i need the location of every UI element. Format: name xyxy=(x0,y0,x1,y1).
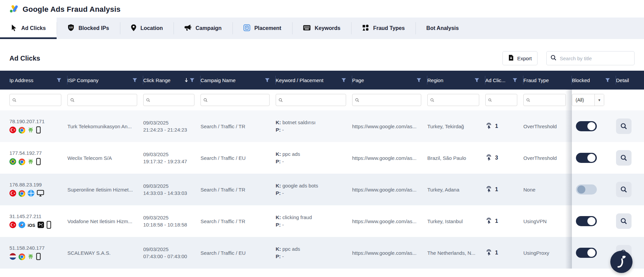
tab-location[interactable]: Location xyxy=(120,18,174,39)
isp-company: Turk Telekomunikasyon An... xyxy=(67,124,143,129)
column-header-campaign[interactable]: Campaig Name xyxy=(201,71,276,90)
magnifier-icon xyxy=(620,123,627,130)
column-header-isp[interactable]: ISP Company xyxy=(67,71,143,90)
tab-blocked-ips[interactable]: 123 Blocked IPs xyxy=(57,18,120,39)
filter-input-page[interactable] xyxy=(361,97,418,103)
table-row: 51.158.240.177 SCALEWAY S.A.S. 09/03/202… xyxy=(0,237,644,269)
chrome-icon xyxy=(19,253,25,260)
sort-desc-icon xyxy=(185,78,188,82)
blocked-toggle[interactable] xyxy=(576,216,597,226)
click-date: 09/03/2025 xyxy=(143,151,196,158)
filter-input-click-range[interactable] xyxy=(152,97,191,103)
blocked-toggle[interactable] xyxy=(576,184,597,195)
placement-icon xyxy=(243,24,250,33)
search-icon xyxy=(430,98,434,102)
column-header-ip[interactable]: Ip Address xyxy=(9,71,67,90)
toolbar: Ad Clicks Export xyxy=(0,50,644,66)
column-header-region[interactable]: Region xyxy=(427,71,485,90)
tab-keywords[interactable]: Keywords xyxy=(292,18,351,39)
filter-input-ip[interactable] xyxy=(18,97,58,103)
column-header-ad-clicks[interactable]: Ad Clic... xyxy=(485,71,523,90)
blocked-toggle[interactable] xyxy=(576,121,597,131)
tab-placement[interactable]: Placement xyxy=(233,18,292,39)
column-header-page[interactable]: Page xyxy=(352,71,427,90)
chat-widget-button[interactable] xyxy=(610,251,633,273)
isp-company: Weclix Telecom S/A xyxy=(67,155,143,161)
blocked-toggle[interactable] xyxy=(576,153,597,163)
tab-ad-clicks[interactable]: Ad Clicks xyxy=(0,18,57,39)
blocked-filter-select[interactable]: (All)▼ xyxy=(572,94,604,106)
keyword: clicking fraud xyxy=(282,214,312,220)
tab-bot-analysis[interactable]: Bot Analysis xyxy=(416,18,469,39)
column-header-fraud-type[interactable]: Fraud Type xyxy=(523,71,572,90)
page-url: https://www.google.com/as... xyxy=(352,218,427,224)
search-input[interactable] xyxy=(560,56,630,61)
ip-address: 177.54.192.77 xyxy=(9,150,63,156)
megaphone-icon xyxy=(184,24,191,32)
detail-search-button[interactable] xyxy=(616,150,632,166)
filter-input-keyword[interactable] xyxy=(285,97,343,103)
title-search xyxy=(546,51,635,65)
page-url: https://www.google.com/as... xyxy=(352,124,427,129)
table-row: 177.54.192.77 Weclix Telecom S/A 09/03/2… xyxy=(0,142,644,174)
filter-icon xyxy=(265,78,270,82)
export-button[interactable]: Export xyxy=(502,51,538,65)
column-header-click-range[interactable]: Click Range xyxy=(143,71,201,90)
campaign-name: Search / Traffic / TR xyxy=(201,218,276,224)
page-url: https://www.google.com/as... xyxy=(352,155,427,161)
flag-netherlands-icon xyxy=(9,253,16,261)
region: The Netherlands, N... xyxy=(427,250,485,256)
ios-icon: iOS xyxy=(28,223,35,228)
tab-campaign[interactable]: Campaign xyxy=(174,18,232,39)
filter-input-region[interactable] xyxy=(436,97,476,103)
filter-input-campaign[interactable] xyxy=(210,97,267,103)
search-icon xyxy=(146,98,150,102)
page-url: https://www.google.com/as... xyxy=(352,187,427,193)
search-icon xyxy=(279,98,283,102)
safari-icon xyxy=(19,221,25,229)
detail-search-button[interactable] xyxy=(616,213,632,229)
filter-input-fraud-type[interactable] xyxy=(532,97,563,103)
chrome-icon xyxy=(19,127,25,134)
app-badge-icon xyxy=(37,221,44,229)
campaign-name: Search / Traffic / TR xyxy=(201,124,276,129)
click-time-range: 21:24:23 - 21:24:23 xyxy=(143,126,196,133)
android-icon xyxy=(28,127,34,134)
ad-click-count: 1 xyxy=(495,186,498,193)
google-ads-logo-icon xyxy=(9,5,18,14)
click-date: 09/03/2025 xyxy=(143,182,196,189)
filter-icon xyxy=(417,78,421,82)
filter-input-ad-clicks[interactable] xyxy=(494,97,514,103)
export-icon xyxy=(508,55,514,62)
map-pin-icon xyxy=(131,24,136,33)
detail-search-button[interactable] xyxy=(616,182,632,197)
shapes-icon xyxy=(362,24,369,33)
chrome-icon xyxy=(19,159,25,165)
column-header-keyword[interactable]: Keyword / Placement xyxy=(276,71,352,90)
region: Turkey, Adana xyxy=(427,187,485,193)
filter-icon xyxy=(341,78,346,82)
svg-text:123: 123 xyxy=(69,26,73,29)
page-title: Ad Clicks xyxy=(9,55,40,62)
keyboard-icon xyxy=(303,25,311,32)
column-header-blocked[interactable]: Blocked xyxy=(572,71,616,90)
ad-click-count: 1 xyxy=(495,218,498,224)
click-date: 09/03/2025 xyxy=(143,246,196,253)
search-icon xyxy=(70,98,74,102)
campaign-name: Search / Traffic / EU xyxy=(201,250,276,256)
search-icon xyxy=(204,98,208,102)
fraud-type: OverThreshold xyxy=(523,124,572,129)
mobile-device-icon xyxy=(36,126,41,134)
tab-fraud-types[interactable]: Fraud Types xyxy=(351,18,416,39)
table-row: 176.88.23.199 Superonline Iletisim Hizme… xyxy=(0,174,644,205)
page-url: https://www.google.com/as... xyxy=(352,250,427,256)
placement: - xyxy=(282,190,284,196)
tab-bar: Ad Clicks 123 Blocked IPs Location Campa… xyxy=(0,18,644,39)
table-header: Ip Address ISP Company Click Range Campa… xyxy=(0,71,644,90)
filter-icon xyxy=(605,78,610,82)
detail-search-button[interactable] xyxy=(616,118,632,134)
blocked-toggle[interactable] xyxy=(576,248,597,258)
filter-input-isp[interactable] xyxy=(76,97,134,103)
search-icon xyxy=(355,98,359,102)
click-time-range: 07:43:00 - 07:43:00 xyxy=(143,253,196,260)
